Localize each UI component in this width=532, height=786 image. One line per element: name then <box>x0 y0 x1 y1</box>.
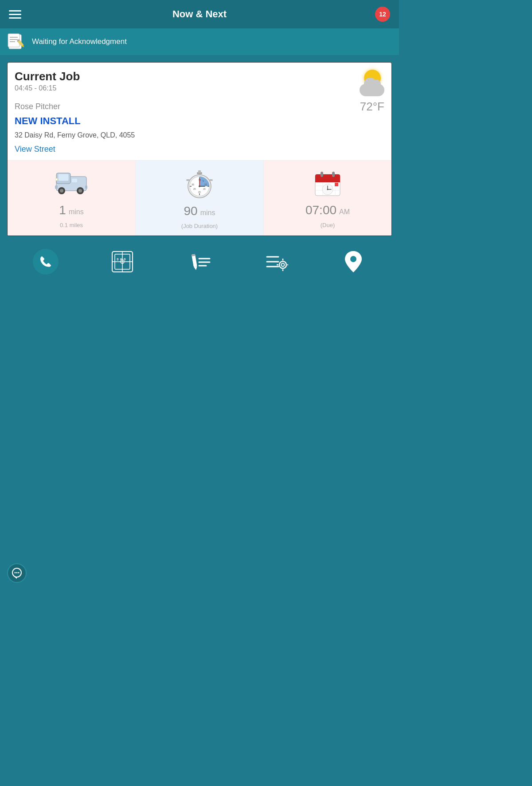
phone-button[interactable] <box>31 248 60 276</box>
job-title: Current Job <box>15 70 80 83</box>
job-address: 32 Daisy Rd, Ferny Grove, QLD, 4055 <box>8 130 391 144</box>
svg-text:55: 55 <box>199 179 201 181</box>
svg-text:10: 10 <box>204 183 207 186</box>
svg-point-82 <box>15 572 16 574</box>
duration-number: 90 <box>184 204 198 218</box>
phone-icon <box>39 255 53 269</box>
duration-value-row: 90 mins <box>184 204 215 218</box>
svg-text:3: 3 <box>117 257 119 261</box>
job-time: 04:45 - 06:15 <box>15 84 80 92</box>
stat-due[interactable]: 07:00 AM (Due) <box>264 161 391 236</box>
svg-text:30: 30 <box>192 183 194 186</box>
svg-rect-16 <box>85 185 87 189</box>
weather-icon <box>352 70 384 96</box>
stopwatch-icon: 55 5 10 15 20 25 30 <box>184 168 215 200</box>
location-button[interactable] <box>339 248 368 276</box>
svg-text:20: 20 <box>198 191 201 193</box>
svg-point-20 <box>78 189 82 193</box>
temperature: 72°F <box>360 100 384 114</box>
svg-text:25: 25 <box>193 188 196 190</box>
job-title-block: Current Job 04:45 - 06:15 <box>15 70 80 92</box>
duration-sub: (Job Duration) <box>181 223 218 229</box>
travel-number: 1 <box>59 203 66 217</box>
svg-text:15: 15 <box>203 188 206 190</box>
header-title: Now & Next <box>172 8 227 20</box>
stat-duration[interactable]: 55 5 10 15 20 25 30 90 mins (Job Duratio… <box>136 161 264 236</box>
svg-text:5: 5 <box>203 180 204 182</box>
svg-rect-45 <box>321 172 323 177</box>
svg-point-41 <box>199 185 200 187</box>
chat-icon <box>11 567 23 579</box>
job-customer-row: Rose Pitcher 72°F <box>8 100 391 114</box>
due-unit: AM <box>339 208 350 216</box>
job-header: Current Job 04:45 - 06:15 <box>8 63 391 100</box>
svg-rect-26 <box>186 179 190 181</box>
travel-value-row: 1 mins <box>59 203 83 217</box>
svg-rect-25 <box>198 170 201 173</box>
svg-rect-44 <box>315 179 340 182</box>
van-icon <box>54 168 89 199</box>
svg-rect-56 <box>335 183 338 186</box>
map360-button[interactable]: 3 6 0 <box>108 248 137 276</box>
svg-point-84 <box>18 572 20 574</box>
ack-icon <box>7 33 27 51</box>
toolbar: 3 6 0 <box>7 243 392 280</box>
calendar-icon <box>312 168 344 199</box>
due-number: 07:00 <box>305 203 336 217</box>
svg-rect-14 <box>71 178 78 183</box>
chat-button[interactable] <box>7 563 27 583</box>
job-card: Current Job 04:45 - 06:15 Rose Pitcher 7… <box>7 62 392 236</box>
menu-button[interactable] <box>9 10 21 19</box>
settings-icon <box>265 251 288 273</box>
due-sub: (Due) <box>321 222 335 228</box>
svg-point-74 <box>279 261 286 268</box>
svg-rect-27 <box>209 179 213 181</box>
settings-button[interactable] <box>262 248 291 276</box>
stats-row: 1 mins 0.1 miles <box>8 160 391 236</box>
svg-point-75 <box>281 263 284 267</box>
notification-badge[interactable]: 12 <box>375 7 390 22</box>
svg-marker-66 <box>194 266 198 270</box>
svg-point-18 <box>60 189 63 193</box>
svg-rect-13 <box>58 174 69 181</box>
svg-point-80 <box>350 256 356 262</box>
ack-text: Waiting for Acknowledgment <box>32 37 127 46</box>
travel-unit: mins <box>69 208 84 216</box>
duration-unit: mins <box>200 209 215 217</box>
location-icon <box>344 250 363 273</box>
svg-rect-46 <box>332 172 335 177</box>
view-street-link[interactable]: View Street <box>8 144 391 160</box>
header: Now & Next 12 <box>0 0 399 28</box>
map360-icon: 3 6 0 <box>110 250 134 274</box>
job-type: NEW INSTALL <box>8 114 391 130</box>
stat-travel[interactable]: 1 mins 0.1 miles <box>8 161 136 236</box>
svg-point-55 <box>327 189 329 190</box>
svg-rect-15 <box>55 185 58 189</box>
notes-button[interactable] <box>185 248 214 276</box>
customer-name: Rose Pitcher <box>15 102 60 111</box>
notes-icon <box>188 252 211 272</box>
travel-sub: 0.1 miles <box>60 222 83 228</box>
svg-point-83 <box>16 572 18 574</box>
svg-rect-21 <box>55 178 58 181</box>
acknowledgment-bar[interactable]: Waiting for Acknowledgment <box>0 28 399 55</box>
due-value-row: 07:00 AM <box>305 203 350 217</box>
